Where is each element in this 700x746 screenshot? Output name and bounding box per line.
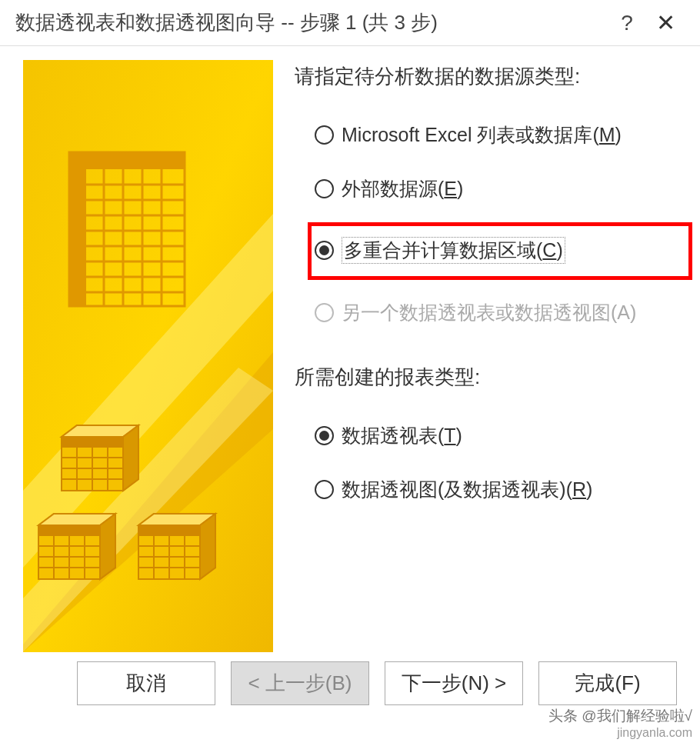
radio-label: 数据透视图(及数据透视表)(R)	[342, 477, 592, 502]
radio-icon	[315, 241, 334, 260]
radio-icon	[315, 426, 334, 445]
watermark-url: jingyanla.com	[548, 725, 692, 741]
data-source-label: 请指定待分析数据的数据源类型:	[295, 63, 692, 90]
radio-external-source[interactable]: 外部数据源(E)	[312, 172, 692, 206]
watermark-text: 头条 @我们解经验啦√	[548, 707, 692, 726]
next-button[interactable]: 下一步(N) >	[385, 661, 523, 705]
radio-icon	[315, 480, 334, 499]
svg-rect-45	[62, 437, 123, 448]
radio-pivot-table[interactable]: 数据透视表(T)	[312, 418, 692, 453]
svg-rect-23	[38, 525, 100, 536]
report-type-group: 数据透视表(T) 数据透视图(及数据透视表)(R)	[295, 418, 692, 507]
radio-another-pivot: 另一个数据透视表或数据透视图(A)	[312, 295, 692, 330]
radio-excel-list[interactable]: Microsoft Excel 列表或数据库(M)	[312, 118, 692, 152]
back-button: < 上一步(B)	[231, 661, 369, 705]
watermark: 头条 @我们解经验啦√ jingyanla.com	[548, 707, 692, 741]
svg-marker-43	[123, 425, 138, 491]
finish-button[interactable]: 完成(F)	[538, 661, 677, 705]
dialog-title: 数据透视表和数据透视图向导 -- 步骤 1 (共 3 步)	[15, 9, 608, 36]
radio-icon	[315, 179, 334, 198]
radio-label: 外部数据源(E)	[342, 176, 463, 201]
report-type-label: 所需创建的报表类型:	[295, 364, 692, 391]
svg-rect-5	[69, 152, 86, 306]
svg-rect-6	[69, 152, 185, 169]
radio-label: Microsoft Excel 列表或数据库(M)	[342, 122, 622, 148]
dialog-content: 请指定待分析数据的数据源类型: Microsoft Excel 列表或数据库(M…	[0, 46, 700, 661]
radio-icon	[315, 125, 334, 145]
radio-label: 数据透视表(T)	[342, 423, 462, 448]
cancel-button[interactable]: 取消	[77, 661, 215, 705]
help-button[interactable]: ?	[608, 11, 646, 35]
radio-label: 另一个数据透视表或数据透视图(A)	[342, 300, 636, 325]
radio-consolidation-ranges[interactable]: 多重合并计算数据区域(C)	[308, 222, 692, 280]
wizard-graphic	[23, 60, 273, 652]
radio-pivot-chart[interactable]: 数据透视图(及数据透视表)(R)	[312, 472, 692, 507]
svg-marker-32	[200, 514, 215, 579]
radio-icon	[315, 303, 334, 322]
options-pane: 请指定待分析数据的数据源类型: Microsoft Excel 列表或数据库(M…	[273, 60, 700, 648]
titlebar: 数据透视表和数据透视图向导 -- 步骤 1 (共 3 步) ? ✕	[0, 0, 700, 46]
radio-label: 多重合并计算数据区域(C)	[342, 237, 565, 264]
data-source-group: Microsoft Excel 列表或数据库(M) 外部数据源(E) 多重合并计…	[295, 118, 692, 330]
svg-rect-34	[138, 525, 200, 536]
close-button[interactable]: ✕	[646, 9, 685, 36]
svg-marker-21	[100, 514, 115, 579]
